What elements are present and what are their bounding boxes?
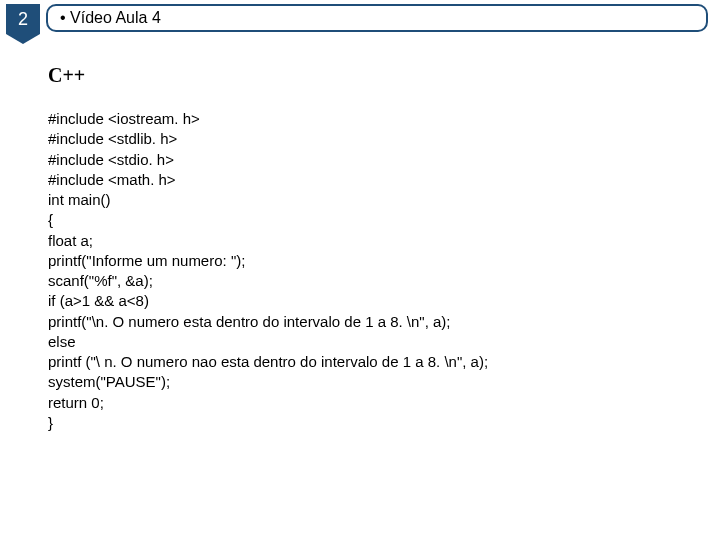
code-line: #include <stdlib. h> xyxy=(48,129,672,149)
slide-content: C++ #include <iostream. h>#include <stdl… xyxy=(0,34,720,433)
slide-title-pill: • Vídeo Aula 4 xyxy=(46,4,708,32)
slide-header: 2 • Vídeo Aula 4 xyxy=(0,0,720,34)
language-label: C++ xyxy=(48,64,672,87)
code-line: else xyxy=(48,332,672,352)
code-line: system("PAUSE"); xyxy=(48,372,672,392)
code-line: #include <math. h> xyxy=(48,170,672,190)
code-line: float a; xyxy=(48,231,672,251)
code-line: return 0; xyxy=(48,393,672,413)
code-line: if (a>1 && a<8) xyxy=(48,291,672,311)
slide-title-text: • Vídeo Aula 4 xyxy=(60,9,161,26)
code-block: #include <iostream. h>#include <stdlib. … xyxy=(48,109,672,433)
step-badge: 2 xyxy=(6,4,40,34)
step-number: 2 xyxy=(18,9,28,30)
code-line: #include <iostream. h> xyxy=(48,109,672,129)
code-line: printf("\n. O numero esta dentro do inte… xyxy=(48,312,672,332)
code-line: } xyxy=(48,413,672,433)
code-line: printf ("\ n. O numero nao esta dentro d… xyxy=(48,352,672,372)
code-line: { xyxy=(48,210,672,230)
code-line: #include <stdio. h> xyxy=(48,150,672,170)
code-line: printf("Informe um numero: "); xyxy=(48,251,672,271)
code-line: scanf("%f", &a); xyxy=(48,271,672,291)
code-line: int main() xyxy=(48,190,672,210)
